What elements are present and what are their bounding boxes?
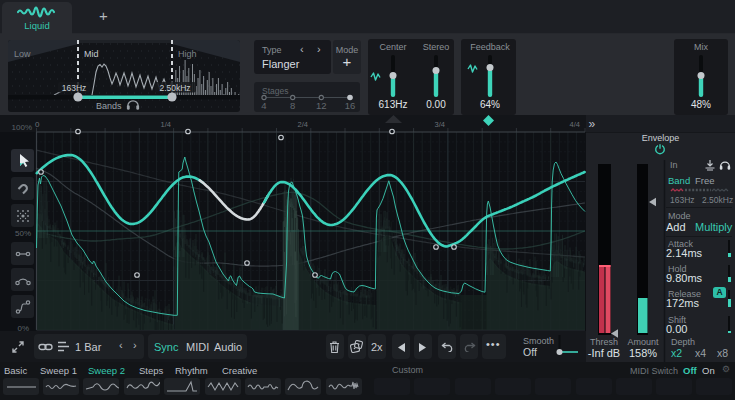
svg-text:48%: 48% bbox=[691, 99, 711, 110]
svg-text:Mix: Mix bbox=[694, 42, 708, 52]
